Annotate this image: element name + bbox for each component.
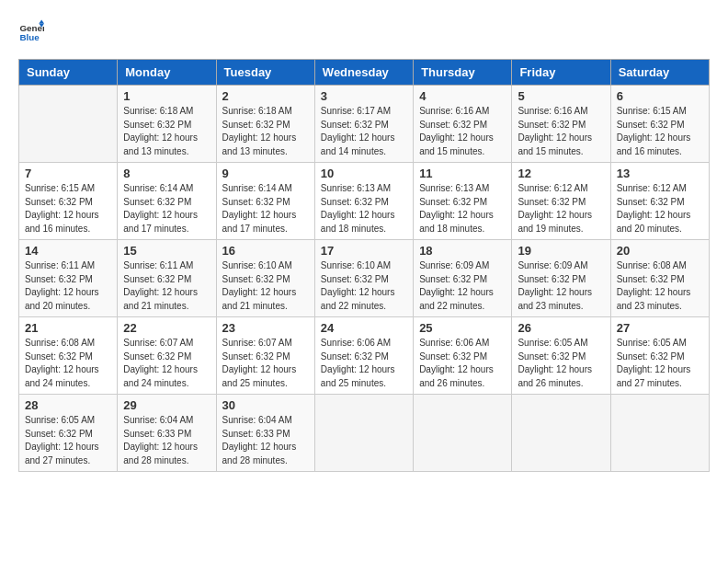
col-header-sunday: Sunday — [19, 60, 118, 86]
svg-marker-2 — [39, 19, 44, 23]
day-info: Sunrise: 6:14 AM Sunset: 6:32 PM Dayligh… — [123, 182, 210, 236]
calendar-cell: 21Sunrise: 6:08 AM Sunset: 6:32 PM Dayli… — [19, 317, 118, 395]
day-number: 29 — [123, 398, 210, 412]
day-number: 7 — [25, 167, 111, 180]
day-info: Sunrise: 6:14 AM Sunset: 6:32 PM Dayligh… — [222, 182, 309, 236]
day-number: 17 — [321, 244, 407, 258]
calendar-cell — [314, 395, 413, 472]
day-number: 18 — [419, 244, 506, 258]
calendar-cell: 5Sunrise: 6:16 AM Sunset: 6:32 PM Daylig… — [512, 86, 610, 163]
day-info: Sunrise: 6:06 AM Sunset: 6:32 PM Dayligh… — [419, 337, 506, 390]
day-info: Sunrise: 6:10 AM Sunset: 6:32 PM Dayligh… — [222, 259, 309, 313]
calendar-cell: 12Sunrise: 6:12 AM Sunset: 6:32 PM Dayli… — [512, 163, 610, 240]
day-info: Sunrise: 6:15 AM Sunset: 6:32 PM Dayligh… — [25, 182, 111, 236]
day-info: Sunrise: 6:05 AM Sunset: 6:32 PM Dayligh… — [518, 337, 604, 390]
day-info: Sunrise: 6:08 AM Sunset: 6:32 PM Dayligh… — [25, 337, 111, 390]
col-header-friday: Friday — [512, 60, 610, 86]
day-info: Sunrise: 6:07 AM Sunset: 6:32 PM Dayligh… — [222, 337, 309, 390]
page-header: General Blue — [18, 18, 710, 44]
day-info: Sunrise: 6:12 AM Sunset: 6:32 PM Dayligh… — [617, 182, 703, 236]
day-number: 11 — [419, 167, 506, 180]
calendar-table: SundayMondayTuesdayWednesdayThursdayFrid… — [18, 59, 710, 472]
calendar-cell: 16Sunrise: 6:10 AM Sunset: 6:32 PM Dayli… — [216, 240, 314, 317]
calendar-cell: 17Sunrise: 6:10 AM Sunset: 6:32 PM Dayli… — [314, 240, 413, 317]
week-row-2: 7Sunrise: 6:15 AM Sunset: 6:32 PM Daylig… — [19, 163, 710, 240]
calendar-cell: 25Sunrise: 6:06 AM Sunset: 6:32 PM Dayli… — [414, 317, 512, 395]
calendar-cell: 26Sunrise: 6:05 AM Sunset: 6:32 PM Dayli… — [512, 317, 610, 395]
day-info: Sunrise: 6:07 AM Sunset: 6:32 PM Dayligh… — [123, 337, 210, 390]
day-number: 8 — [123, 167, 210, 180]
day-number: 14 — [25, 244, 111, 258]
header-row: SundayMondayTuesdayWednesdayThursdayFrid… — [19, 60, 710, 86]
day-number: 25 — [419, 321, 506, 335]
calendar-cell: 15Sunrise: 6:11 AM Sunset: 6:32 PM Dayli… — [118, 240, 216, 317]
day-number: 19 — [518, 244, 604, 258]
calendar-cell — [19, 86, 118, 163]
col-header-monday: Monday — [118, 60, 216, 86]
calendar-cell: 10Sunrise: 6:13 AM Sunset: 6:32 PM Dayli… — [314, 163, 413, 240]
day-number: 27 — [617, 321, 703, 335]
calendar-cell: 9Sunrise: 6:14 AM Sunset: 6:32 PM Daylig… — [216, 163, 314, 240]
day-number: 22 — [123, 321, 210, 335]
logo-icon: General Blue — [18, 18, 44, 44]
calendar-cell: 7Sunrise: 6:15 AM Sunset: 6:32 PM Daylig… — [19, 163, 118, 240]
day-info: Sunrise: 6:08 AM Sunset: 6:32 PM Dayligh… — [617, 259, 703, 313]
week-row-4: 21Sunrise: 6:08 AM Sunset: 6:32 PM Dayli… — [19, 317, 710, 395]
day-info: Sunrise: 6:10 AM Sunset: 6:32 PM Dayligh… — [321, 259, 407, 313]
calendar-cell — [414, 395, 512, 472]
col-header-thursday: Thursday — [414, 60, 512, 86]
col-header-saturday: Saturday — [610, 60, 709, 86]
day-info: Sunrise: 6:05 AM Sunset: 6:32 PM Dayligh… — [617, 337, 703, 390]
calendar-cell: 22Sunrise: 6:07 AM Sunset: 6:32 PM Dayli… — [118, 317, 216, 395]
logo: General Blue — [18, 18, 48, 44]
day-info: Sunrise: 6:15 AM Sunset: 6:32 PM Dayligh… — [617, 105, 703, 158]
day-info: Sunrise: 6:18 AM Sunset: 6:32 PM Dayligh… — [123, 105, 210, 158]
calendar-cell: 23Sunrise: 6:07 AM Sunset: 6:32 PM Dayli… — [216, 317, 314, 395]
calendar-cell: 4Sunrise: 6:16 AM Sunset: 6:32 PM Daylig… — [414, 86, 512, 163]
day-info: Sunrise: 6:16 AM Sunset: 6:32 PM Dayligh… — [419, 105, 506, 158]
day-info: Sunrise: 6:06 AM Sunset: 6:32 PM Dayligh… — [321, 337, 407, 390]
calendar-cell: 27Sunrise: 6:05 AM Sunset: 6:32 PM Dayli… — [610, 317, 709, 395]
day-number: 16 — [222, 244, 309, 258]
calendar-cell: 3Sunrise: 6:17 AM Sunset: 6:32 PM Daylig… — [314, 86, 413, 163]
col-header-wednesday: Wednesday — [314, 60, 413, 86]
calendar-cell: 19Sunrise: 6:09 AM Sunset: 6:32 PM Dayli… — [512, 240, 610, 317]
day-number: 10 — [321, 167, 407, 180]
day-number: 15 — [123, 244, 210, 258]
svg-text:Blue: Blue — [19, 32, 40, 42]
day-number: 30 — [222, 398, 309, 412]
day-number: 4 — [419, 89, 506, 103]
day-number: 28 — [25, 398, 111, 412]
day-info: Sunrise: 6:04 AM Sunset: 6:33 PM Dayligh… — [123, 414, 210, 467]
day-info: Sunrise: 6:09 AM Sunset: 6:32 PM Dayligh… — [419, 259, 506, 313]
calendar-cell: 18Sunrise: 6:09 AM Sunset: 6:32 PM Dayli… — [414, 240, 512, 317]
calendar-cell: 6Sunrise: 6:15 AM Sunset: 6:32 PM Daylig… — [610, 86, 709, 163]
day-number: 20 — [617, 244, 703, 258]
day-info: Sunrise: 6:13 AM Sunset: 6:32 PM Dayligh… — [321, 182, 407, 236]
day-info: Sunrise: 6:16 AM Sunset: 6:32 PM Dayligh… — [518, 105, 604, 158]
day-number: 26 — [518, 321, 604, 335]
calendar-cell: 30Sunrise: 6:04 AM Sunset: 6:33 PM Dayli… — [216, 395, 314, 472]
day-number: 1 — [123, 89, 210, 103]
calendar-cell: 11Sunrise: 6:13 AM Sunset: 6:32 PM Dayli… — [414, 163, 512, 240]
day-number: 24 — [321, 321, 407, 335]
day-info: Sunrise: 6:11 AM Sunset: 6:32 PM Dayligh… — [25, 259, 111, 313]
calendar-cell: 1Sunrise: 6:18 AM Sunset: 6:32 PM Daylig… — [118, 86, 216, 163]
calendar-cell: 14Sunrise: 6:11 AM Sunset: 6:32 PM Dayli… — [19, 240, 118, 317]
calendar-cell — [610, 395, 709, 472]
day-info: Sunrise: 6:18 AM Sunset: 6:32 PM Dayligh… — [222, 105, 309, 158]
day-info: Sunrise: 6:17 AM Sunset: 6:32 PM Dayligh… — [321, 105, 407, 158]
calendar-cell: 28Sunrise: 6:05 AM Sunset: 6:32 PM Dayli… — [19, 395, 118, 472]
day-info: Sunrise: 6:13 AM Sunset: 6:32 PM Dayligh… — [419, 182, 506, 236]
day-number: 5 — [518, 89, 604, 103]
calendar-cell: 29Sunrise: 6:04 AM Sunset: 6:33 PM Dayli… — [118, 395, 216, 472]
day-info: Sunrise: 6:12 AM Sunset: 6:32 PM Dayligh… — [518, 182, 604, 236]
day-number: 2 — [222, 89, 309, 103]
day-info: Sunrise: 6:04 AM Sunset: 6:33 PM Dayligh… — [222, 414, 309, 467]
calendar-cell: 8Sunrise: 6:14 AM Sunset: 6:32 PM Daylig… — [118, 163, 216, 240]
week-row-3: 14Sunrise: 6:11 AM Sunset: 6:32 PM Dayli… — [19, 240, 710, 317]
day-number: 12 — [518, 167, 604, 180]
day-number: 3 — [321, 89, 407, 103]
col-header-tuesday: Tuesday — [216, 60, 314, 86]
day-number: 21 — [25, 321, 111, 335]
